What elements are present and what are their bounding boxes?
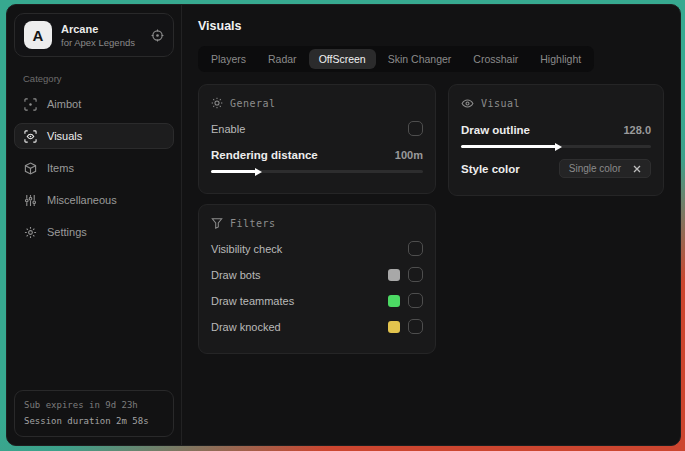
page-title: Visuals: [198, 19, 664, 33]
tab-crosshair[interactable]: Crosshair: [463, 49, 528, 69]
sidebar-nav: Aimbot Visuals: [14, 91, 174, 245]
category-label: Category: [23, 73, 165, 84]
scope-icon[interactable]: [151, 29, 164, 42]
app-window: A Arcane for Apex Legends Category: [6, 4, 681, 446]
draw-knocked-label: Draw knocked: [211, 321, 281, 333]
draw-outline-value: 128.0: [623, 124, 651, 136]
rendering-distance-slider[interactable]: [211, 170, 423, 173]
style-color-row: Style color Single color: [461, 158, 651, 179]
funnel-icon: [211, 217, 223, 229]
draw-knocked-color-swatch[interactable]: [388, 321, 400, 333]
app-logo: A: [24, 21, 52, 49]
app-subtitle: for Apex Legends: [61, 37, 135, 48]
sidebar-item-label: Miscellaneous: [47, 194, 117, 206]
gear-icon: [24, 226, 37, 239]
draw-bots-row: Draw bots: [211, 264, 423, 285]
visual-panel-header: Visual: [461, 97, 651, 110]
style-color-label: Style color: [461, 163, 520, 175]
box-icon: [24, 162, 37, 175]
draw-teammates-color-swatch[interactable]: [388, 295, 400, 307]
filters-panel-title: Filters: [230, 218, 276, 229]
draw-outline-slider-fill: [461, 145, 556, 148]
draw-bots-label: Draw bots: [211, 269, 261, 281]
general-panel: General Enable Rendering distance 100m: [198, 84, 436, 194]
draw-teammates-label: Draw teammates: [211, 295, 294, 307]
draw-knocked-row: Draw knocked: [211, 316, 423, 337]
filters-panel: Filters Visibility check Draw bots: [198, 204, 436, 354]
sidebar-item-label: Settings: [47, 226, 87, 238]
rendering-distance-value: 100m: [395, 149, 423, 161]
session-info-card: Sub expires in 9d 23h Session duration 2…: [14, 390, 174, 437]
sidebar-item-settings[interactable]: Settings: [14, 219, 174, 245]
visibility-check-label: Visibility check: [211, 243, 282, 255]
main-content: Visuals Players Radar OffScreen Skin Cha…: [182, 5, 680, 445]
draw-teammates-row: Draw teammates: [211, 290, 423, 311]
session-duration-text: Session duration 2m 58s: [24, 414, 164, 429]
draw-bots-checkbox[interactable]: [408, 267, 423, 282]
sidebar-item-visuals[interactable]: Visuals: [14, 123, 174, 149]
sidebar-item-miscellaneous[interactable]: Miscellaneous: [14, 187, 174, 213]
visual-panel: Visual Draw outline 128.0 Style color Si…: [448, 84, 664, 196]
style-color-value: Single color: [569, 163, 621, 174]
draw-outline-row: Draw outline 128.0: [461, 119, 651, 140]
eye-icon: [461, 97, 474, 110]
sidebar-item-label: Aimbot: [47, 98, 81, 110]
visual-panel-title: Visual: [481, 98, 520, 109]
general-panel-title: General: [230, 98, 276, 109]
draw-bots-color-swatch[interactable]: [388, 269, 400, 281]
close-icon[interactable]: [633, 165, 641, 173]
tab-offscreen[interactable]: OffScreen: [309, 49, 376, 69]
rendering-distance-label: Rendering distance: [211, 149, 318, 161]
draw-knocked-checkbox[interactable]: [408, 319, 423, 334]
enable-checkbox[interactable]: [408, 121, 423, 136]
enable-label: Enable: [211, 123, 245, 135]
visibility-check-row: Visibility check: [211, 238, 423, 259]
tab-radar[interactable]: Radar: [258, 49, 307, 69]
draw-outline-label: Draw outline: [461, 124, 530, 136]
enable-row: Enable: [211, 118, 423, 139]
tab-players[interactable]: Players: [201, 49, 256, 69]
filters-panel-header: Filters: [211, 217, 423, 229]
app-title: Arcane: [61, 23, 135, 35]
rendering-distance-slider-fill: [211, 170, 256, 173]
brand-card: A Arcane for Apex Legends: [14, 13, 174, 57]
sidebar-item-label: Items: [47, 162, 74, 174]
sun-icon: [211, 97, 223, 109]
tab-highlight[interactable]: Highlight: [530, 49, 591, 69]
sidebar-item-items[interactable]: Items: [14, 155, 174, 181]
crosshair-icon: [24, 98, 37, 111]
visibility-check-checkbox[interactable]: [408, 241, 423, 256]
sub-expires-text: Sub expires in 9d 23h: [24, 398, 164, 413]
sliders-icon: [24, 194, 37, 207]
draw-teammates-checkbox[interactable]: [408, 293, 423, 308]
sidebar: A Arcane for Apex Legends Category: [7, 5, 182, 445]
sidebar-item-aimbot[interactable]: Aimbot: [14, 91, 174, 117]
visuals-tabstrip: Players Radar OffScreen Skin Changer Cro…: [198, 46, 594, 72]
tab-skin-changer[interactable]: Skin Changer: [378, 49, 462, 69]
draw-outline-slider[interactable]: [461, 145, 651, 148]
rendering-distance-row: Rendering distance 100m: [211, 144, 423, 165]
style-color-select[interactable]: Single color: [559, 159, 651, 178]
eye-scan-icon: [24, 130, 37, 143]
sidebar-item-label: Visuals: [47, 130, 82, 142]
brand-text: Arcane for Apex Legends: [61, 23, 135, 48]
general-panel-header: General: [211, 97, 423, 109]
